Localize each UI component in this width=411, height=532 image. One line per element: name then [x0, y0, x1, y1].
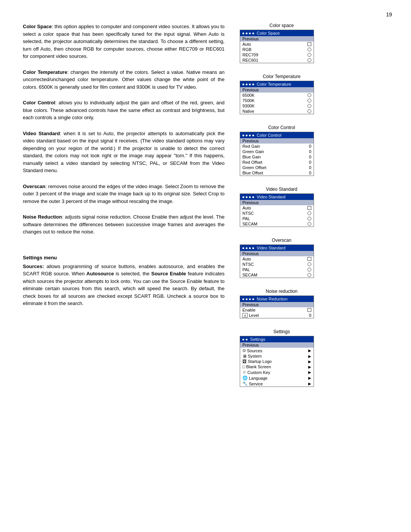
settings-service[interactable]: 🔧 Service ▶: [240, 381, 314, 387]
green-offset-row[interactable]: Green Offset 0: [240, 165, 314, 170]
color-temp-menu: ●●●● Color Temperature Previous 6500K 75…: [240, 81, 314, 114]
rgb-radio[interactable]: [307, 48, 311, 51]
color-space-panel-group: Color space ●●●● Color Space Previous Au…: [240, 23, 323, 63]
language-arrow: ▶: [308, 376, 311, 380]
level-value: 0: [304, 313, 311, 318]
pal-radio[interactable]: [307, 217, 311, 220]
sources-icon: ⊙: [242, 348, 246, 353]
video-standard-auto[interactable]: Auto: [240, 205, 314, 211]
auto-checkbox[interactable]: [307, 42, 311, 46]
video-standard-ntsc[interactable]: NTSC: [240, 211, 314, 216]
rec709-radio[interactable]: [307, 53, 311, 57]
color-space-section: Color Space: this option applies to comp…: [23, 23, 225, 60]
color-temp-panel-group: Color Temperature ●●●● Color Temperature…: [240, 74, 323, 114]
auto-label: Auto: [242, 257, 306, 261]
ntsc-label: NTSC: [242, 211, 306, 216]
settings-startup-logo[interactable]: 🖼 Startup Logo ▶: [240, 359, 314, 364]
green-offset-label: Green Offset: [242, 165, 304, 170]
9300k-label: 9300K: [242, 104, 306, 108]
left-column: Color Space: this option applies to comp…: [23, 23, 225, 398]
enable-checkbox[interactable]: [307, 308, 311, 312]
overscan-section: Overscan: removes noise around the edges…: [23, 183, 225, 205]
color-temp-9300k[interactable]: 9300K: [240, 103, 314, 109]
color-control-section: Color Control: allows you to individuall…: [23, 99, 225, 121]
color-space-rec709[interactable]: REC709: [240, 52, 314, 58]
blue-gain-row[interactable]: Blue Gain 0: [240, 154, 314, 160]
red-offset-value: 0: [304, 160, 311, 165]
noise-reduction-enable[interactable]: Enable: [240, 307, 314, 313]
overscan-auto[interactable]: Auto: [240, 256, 314, 262]
overscan-panel-group: Overscan ●●●● Video Standard Previous Au…: [240, 238, 323, 278]
noise-reduction-previous[interactable]: Previous: [240, 302, 314, 307]
noise-reduction-dots: ●●●●: [242, 297, 255, 301]
overscan-pal[interactable]: PAL: [240, 267, 314, 272]
custom-key-icon: ☆: [242, 370, 246, 375]
color-temp-7500k[interactable]: 7500K: [240, 98, 314, 103]
startup-logo-label: Startup Logo: [248, 359, 307, 364]
video-standard-secam[interactable]: SECAM: [240, 221, 314, 227]
secam-radio[interactable]: [307, 222, 311, 226]
red-gain-row[interactable]: Red Gain 0: [240, 144, 314, 149]
pal-label: PAL: [242, 216, 306, 221]
previous-label: Previous: [242, 251, 311, 256]
previous-label: Previous: [242, 343, 311, 347]
color-temp-6500k[interactable]: 6500K: [240, 93, 314, 98]
settings-sources[interactable]: ⊙ Sources ▶: [240, 348, 314, 353]
color-temp-previous[interactable]: Previous: [240, 87, 314, 93]
color-space-rgb[interactable]: RGB: [240, 47, 314, 52]
settings-blank-screen[interactable]: □ Blank Screen ▶: [240, 364, 314, 369]
rec601-label: REC601: [242, 58, 306, 62]
system-label: System: [248, 354, 307, 358]
6500k-radio[interactable]: [307, 93, 311, 97]
rec601-radio[interactable]: [307, 58, 311, 62]
rgb-label: RGB: [242, 47, 306, 52]
ntsc-radio[interactable]: [307, 211, 311, 215]
overscan-secam[interactable]: SECAM: [240, 272, 314, 278]
video-standard-previous[interactable]: Previous: [240, 200, 314, 205]
ntsc-radio[interactable]: [307, 262, 311, 266]
system-arrow: ▶: [308, 354, 311, 358]
red-offset-label: Red Offset: [242, 160, 304, 165]
9300k-radio[interactable]: [307, 104, 311, 108]
red-offset-row[interactable]: Red Offset 0: [240, 160, 314, 165]
overscan-header-label: Video Standard: [257, 246, 286, 250]
color-temp-dots: ●●●●: [242, 82, 255, 86]
native-radio[interactable]: [307, 109, 311, 113]
color-space-rec601[interactable]: REC601: [240, 58, 314, 63]
overscan-ntsc[interactable]: NTSC: [240, 262, 314, 267]
settings-system[interactable]: 🖥 System ▶: [240, 353, 314, 359]
color-temp-header-label: Color Temperature: [257, 82, 292, 86]
settings-custom-key[interactable]: ☆ Custom Key ▶: [240, 369, 314, 375]
color-control-previous[interactable]: Previous: [240, 138, 314, 144]
noise-reduction-panel-label: Noise reduction: [240, 289, 323, 294]
previous-label: Previous: [242, 302, 311, 307]
noise-reduction-level[interactable]: ≡ Level 0: [240, 313, 314, 318]
color-temp-header: ●●●● Color Temperature: [240, 81, 314, 87]
settings-panel-group: Settings ●● Settings Previous ⊙ Sources …: [240, 329, 323, 387]
noise-reduction-menu: ●●●● Noise Reduction Previous Enable ≡ L…: [240, 296, 314, 318]
video-standard-pal[interactable]: PAL: [240, 216, 314, 221]
secam-radio[interactable]: [307, 273, 311, 277]
level-icon: ≡: [242, 313, 248, 318]
previous-label: Previous: [242, 200, 311, 205]
sources-arrow: ▶: [308, 348, 311, 353]
language-label: Language: [249, 376, 307, 380]
overscan-previous[interactable]: Previous: [240, 251, 314, 256]
secam-label: SECAM: [242, 222, 306, 226]
color-space-auto[interactable]: Auto: [240, 42, 314, 47]
video-standard-text: Video Standard: when it is set to Auto, …: [23, 130, 225, 174]
settings-language[interactable]: 🌐 Language ▶: [240, 375, 314, 381]
settings-menu-section: Settings menu Sources: allows programmin…: [23, 255, 225, 307]
auto-checkbox[interactable]: [307, 206, 311, 210]
pal-radio[interactable]: [307, 268, 311, 272]
blue-offset-row[interactable]: Blue Offset 0: [240, 170, 314, 176]
green-gain-row[interactable]: Green Gain 0: [240, 149, 314, 154]
settings-previous[interactable]: Previous: [240, 342, 314, 348]
color-temp-native[interactable]: Native: [240, 109, 314, 114]
auto-checkbox[interactable]: [307, 257, 311, 261]
green-offset-value: 0: [304, 165, 311, 170]
color-temperature-text: Color Temperature: changes the intensity…: [23, 69, 225, 91]
color-space-previous[interactable]: Previous: [240, 36, 314, 42]
auto-label: Auto: [242, 42, 306, 46]
7500k-radio[interactable]: [307, 99, 311, 102]
